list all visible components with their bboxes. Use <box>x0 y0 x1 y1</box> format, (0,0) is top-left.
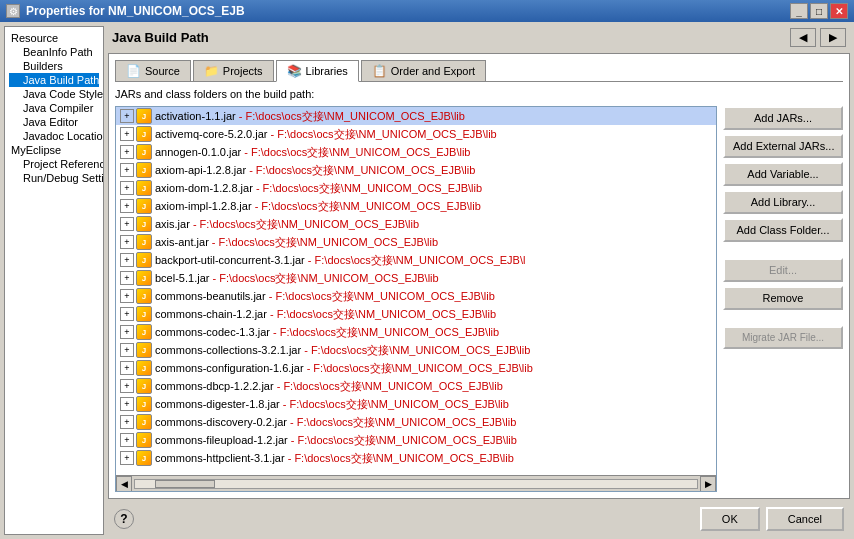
tab-libraries[interactable]: 📚 Libraries <box>276 60 359 82</box>
jar-icon: J <box>136 162 152 178</box>
sidebar-item-beaninfo[interactable]: BeanInfo Path <box>9 45 99 59</box>
title-buttons[interactable]: _ □ ✕ <box>790 3 848 19</box>
close-button[interactable]: ✕ <box>830 3 848 19</box>
list-item[interactable]: + J commons-codec-1.3.jar - F:\docs\ocs交… <box>116 323 716 341</box>
sidebar-item-myeclipse[interactable]: MyEclipse <box>9 143 99 157</box>
tab-source-label: Source <box>145 65 180 77</box>
file-list[interactable]: + J activation-1.1.jar - F:\docs\ocs交接\N… <box>115 106 717 492</box>
remove-button[interactable]: Remove <box>723 286 843 310</box>
expand-icon[interactable]: + <box>120 127 134 141</box>
expand-icon[interactable]: + <box>120 397 134 411</box>
list-item[interactable]: + J axiom-dom-1.2.8.jar - F:\docs\ocs交接\… <box>116 179 716 197</box>
expand-icon[interactable]: + <box>120 199 134 213</box>
migrate-jar-button[interactable]: Migrate JAR File... <box>723 326 843 349</box>
bottom-bar: ? OK Cancel <box>108 503 850 535</box>
cancel-button[interactable]: Cancel <box>766 507 844 531</box>
sidebar-item-java-code-style[interactable]: Java Code Style <box>9 87 99 101</box>
expand-icon[interactable]: + <box>120 181 134 195</box>
sidebar-item-javadoc[interactable]: Javadoc Location <box>9 129 99 143</box>
jar-icon: J <box>136 342 152 358</box>
scroll-right-button[interactable]: ▶ <box>700 476 716 492</box>
list-item[interactable]: + J commons-fileupload-1.2.jar - F:\docs… <box>116 431 716 449</box>
list-item[interactable]: + J backport-util-concurrent-3.1.jar - F… <box>116 251 716 269</box>
file-name: commons-beanutils.jar <box>155 290 266 302</box>
list-item[interactable]: + J activation-1.1.jar - F:\docs\ocs交接\N… <box>116 107 716 125</box>
jar-icon: J <box>136 324 152 340</box>
expand-icon[interactable]: + <box>120 361 134 375</box>
list-item[interactable]: + J commons-httpclient-3.1.jar - F:\docs… <box>116 449 716 467</box>
expand-icon[interactable]: + <box>120 307 134 321</box>
projects-tab-icon: 📁 <box>204 64 219 78</box>
add-external-jars-button[interactable]: Add External JARs... <box>723 134 843 158</box>
expand-icon[interactable]: + <box>120 217 134 231</box>
list-item[interactable]: + J commons-beanutils.jar - F:\docs\ocs交… <box>116 287 716 305</box>
file-list-area: + J activation-1.1.jar - F:\docs\ocs交接\N… <box>115 106 843 492</box>
add-variable-button[interactable]: Add Variable... <box>723 162 843 186</box>
list-item[interactable]: + J axis.jar - F:\docs\ocs交接\NM_UNICOM_O… <box>116 215 716 233</box>
sidebar-item-java-build-path[interactable]: Java Build Path <box>9 73 99 87</box>
minimize-button[interactable]: _ <box>790 3 808 19</box>
scroll-thumb[interactable] <box>155 480 215 488</box>
content-area: Java Build Path ◀ ▶ 📄 Source 📁 Projects … <box>108 26 850 535</box>
file-list-scroll[interactable]: + J activation-1.1.jar - F:\docs\ocs交接\N… <box>116 107 716 475</box>
nav-forward-button[interactable]: ▶ <box>820 28 846 47</box>
horizontal-scrollbar[interactable]: ◀ ▶ <box>116 475 716 491</box>
list-item[interactable]: + J axiom-api-1.2.8.jar - F:\docs\ocs交接\… <box>116 161 716 179</box>
jar-icon: J <box>136 126 152 142</box>
expand-icon[interactable]: + <box>120 109 134 123</box>
expand-icon[interactable]: + <box>120 451 134 465</box>
expand-icon[interactable]: + <box>120 163 134 177</box>
sidebar-item-java-editor[interactable]: Java Editor <box>9 115 99 129</box>
file-name: commons-configuration-1.6.jar <box>155 362 304 374</box>
jar-icon: J <box>136 288 152 304</box>
file-name: commons-codec-1.3.jar <box>155 326 270 338</box>
list-item[interactable]: + J commons-configuration-1.6.jar - F:\d… <box>116 359 716 377</box>
nav-back-button[interactable]: ◀ <box>790 28 816 47</box>
scroll-track[interactable] <box>134 479 698 489</box>
list-item[interactable]: + J bcel-5.1.jar - F:\docs\ocs交接\NM_UNIC… <box>116 269 716 287</box>
add-library-button[interactable]: Add Library... <box>723 190 843 214</box>
list-item[interactable]: + J commons-digester-1.8.jar - F:\docs\o… <box>116 395 716 413</box>
tab-libraries-label: Libraries <box>306 65 348 77</box>
file-name: commons-digester-1.8.jar <box>155 398 280 410</box>
expand-icon[interactable]: + <box>120 253 134 267</box>
list-item[interactable]: + J commons-dbcp-1.2.2.jar - F:\docs\ocs… <box>116 377 716 395</box>
sidebar-item-project-references[interactable]: Project References <box>9 157 99 171</box>
list-item[interactable]: + J commons-chain-1.2.jar - F:\docs\ocs交… <box>116 305 716 323</box>
expand-icon[interactable]: + <box>120 145 134 159</box>
expand-icon[interactable]: + <box>120 379 134 393</box>
edit-button[interactable]: Edit... <box>723 258 843 282</box>
tab-source[interactable]: 📄 Source <box>115 60 191 81</box>
sidebar-item-resource[interactable]: Resource <box>9 31 99 45</box>
list-item[interactable]: + J axis-ant.jar - F:\docs\ocs交接\NM_UNIC… <box>116 233 716 251</box>
jar-icon: J <box>136 360 152 376</box>
list-item[interactable]: + J activemq-core-5.2.0.jar - F:\docs\oc… <box>116 125 716 143</box>
list-item[interactable]: + J axiom-impl-1.2.8.jar - F:\docs\ocs交接… <box>116 197 716 215</box>
sidebar-item-run-debug[interactable]: Run/Debug Settings <box>9 171 99 185</box>
file-name: commons-discovery-0.2.jar <box>155 416 287 428</box>
ok-button[interactable]: OK <box>700 507 760 531</box>
nav-buttons[interactable]: ◀ ▶ <box>790 28 846 47</box>
file-name: axis.jar <box>155 218 190 230</box>
expand-icon[interactable]: + <box>120 343 134 357</box>
button-separator <box>723 246 843 254</box>
expand-icon[interactable]: + <box>120 289 134 303</box>
list-item[interactable]: + J commons-collections-3.2.1.jar - F:\d… <box>116 341 716 359</box>
order-tab-icon: 📋 <box>372 64 387 78</box>
sidebar-item-java-compiler[interactable]: Java Compiler <box>9 101 99 115</box>
scroll-left-button[interactable]: ◀ <box>116 476 132 492</box>
expand-icon[interactable]: + <box>120 235 134 249</box>
add-jars-button[interactable]: Add JARs... <box>723 106 843 130</box>
expand-icon[interactable]: + <box>120 271 134 285</box>
sidebar-item-builders[interactable]: Builders <box>9 59 99 73</box>
expand-icon[interactable]: + <box>120 325 134 339</box>
add-class-folder-button[interactable]: Add Class Folder... <box>723 218 843 242</box>
tab-projects[interactable]: 📁 Projects <box>193 60 274 81</box>
tab-order-export[interactable]: 📋 Order and Export <box>361 60 486 81</box>
help-button[interactable]: ? <box>114 509 134 529</box>
expand-icon[interactable]: + <box>120 433 134 447</box>
expand-icon[interactable]: + <box>120 415 134 429</box>
maximize-button[interactable]: □ <box>810 3 828 19</box>
list-item[interactable]: + J annogen-0.1.0.jar - F:\docs\ocs交接\NM… <box>116 143 716 161</box>
list-item[interactable]: + J commons-discovery-0.2.jar - F:\docs\… <box>116 413 716 431</box>
